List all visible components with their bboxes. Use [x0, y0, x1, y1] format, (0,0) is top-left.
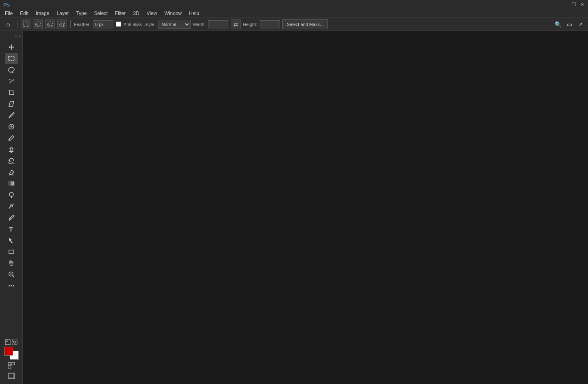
smudge-tool-button[interactable]	[5, 201, 18, 212]
edit-standard-mode-button[interactable]	[5, 339, 11, 345]
text-tool-button[interactable]: T	[5, 223, 18, 235]
options-right: 🔍 ▭ ↗	[553, 19, 586, 29]
menu-window[interactable]: Window	[161, 10, 185, 17]
eyedropper-tool-button[interactable]	[5, 110, 18, 121]
width-input[interactable]	[208, 20, 228, 28]
svg-rect-52	[9, 374, 14, 378]
lasso-tool-button[interactable]	[5, 64, 18, 76]
svg-text:T: T	[9, 226, 13, 233]
style-select[interactable]: Normal Fixed Ratio Fixed Size	[158, 20, 191, 29]
svg-rect-17	[9, 91, 13, 95]
marquee-tool-button[interactable]	[5, 53, 18, 64]
svg-rect-25	[9, 151, 13, 152]
menu-help[interactable]: Help	[186, 10, 202, 17]
eraser-tool-icon	[8, 168, 15, 176]
window-controls: — ❐ ✕	[563, 2, 585, 7]
svg-rect-46	[12, 340, 17, 345]
subtract-selection-button[interactable]	[45, 19, 55, 29]
style-label: Style:	[144, 22, 156, 27]
ps-logo: Ps	[3, 2, 10, 8]
svg-rect-2	[37, 22, 40, 26]
healing-brush-button[interactable]	[5, 121, 18, 132]
menu-3d[interactable]: 3D	[130, 10, 142, 17]
add-selection-button[interactable]	[33, 19, 43, 29]
path-selection-button[interactable]	[5, 235, 18, 246]
pen-tool-button[interactable]	[5, 212, 18, 223]
menu-file[interactable]: File	[2, 10, 16, 17]
svg-rect-36	[9, 250, 14, 253]
svg-rect-6	[61, 22, 65, 26]
pen-tool-icon	[8, 214, 15, 221]
new-selection-button[interactable]	[21, 19, 30, 29]
intersect-selection-icon	[59, 22, 65, 27]
search-button[interactable]: 🔍	[553, 19, 563, 29]
history-brush-icon	[8, 157, 15, 164]
svg-rect-49	[12, 362, 15, 365]
share-button[interactable]: ↗	[576, 19, 586, 29]
eyedropper-tool-icon	[8, 112, 15, 119]
menu-select[interactable]: Select	[91, 10, 111, 17]
feather-input[interactable]	[93, 20, 113, 28]
separator-2	[70, 20, 71, 28]
svg-point-21	[9, 117, 10, 118]
crop-tool-button[interactable]	[5, 87, 18, 98]
hand-tool-icon	[8, 259, 15, 267]
menu-edit[interactable]: Edit	[17, 10, 32, 17]
healing-brush-icon	[8, 123, 15, 130]
anti-alias-checkbox[interactable]	[116, 22, 121, 27]
foreground-color-swatch[interactable]	[4, 347, 13, 356]
swap-dimensions-button[interactable]: ⇄	[231, 19, 241, 29]
perspective-crop-icon	[8, 100, 15, 108]
toolbar: » ×	[0, 31, 23, 384]
minimize-button[interactable]: —	[563, 2, 568, 7]
menu-layer[interactable]: Layer	[53, 10, 72, 17]
menu-filter[interactable]: Filter	[112, 10, 129, 17]
color-swatches	[4, 347, 19, 360]
clone-stamp-button[interactable]	[5, 144, 18, 155]
toolbar-close-button[interactable]: ×	[18, 34, 21, 39]
svg-line-38	[13, 276, 14, 277]
close-button[interactable]: ✕	[579, 2, 585, 7]
add-selection-icon	[35, 22, 41, 27]
svg-line-8	[9, 80, 13, 83]
svg-point-42	[11, 285, 12, 287]
zoom-tool-button[interactable]	[5, 269, 18, 280]
text-tool-icon: T	[8, 225, 15, 233]
brush-tool-button[interactable]	[5, 132, 18, 144]
svg-point-30	[9, 192, 13, 196]
home-button[interactable]: ⌂	[2, 19, 14, 30]
clone-stamp-icon	[8, 146, 15, 153]
channels-view-button[interactable]	[5, 360, 18, 370]
toolbar-colors	[4, 339, 19, 382]
height-label: Height:	[243, 22, 257, 27]
perspective-crop-tool-button[interactable]	[5, 98, 18, 110]
workspace-button[interactable]: ▭	[564, 19, 574, 29]
menu-type[interactable]: Type	[73, 10, 90, 17]
dodge-tool-button[interactable]	[5, 189, 18, 201]
restore-button[interactable]: ❐	[571, 2, 577, 7]
select-mask-button[interactable]: Select and Mask...	[282, 19, 328, 29]
height-input[interactable]	[260, 20, 280, 28]
shape-tool-button[interactable]	[5, 246, 18, 257]
history-brush-button[interactable]	[5, 155, 18, 166]
menu-image[interactable]: Image	[33, 10, 52, 17]
smudge-tool-icon	[8, 203, 15, 210]
intersect-selection-button[interactable]	[57, 19, 67, 29]
hand-tool-button[interactable]	[5, 257, 18, 269]
quick-mask-mode-button[interactable]	[12, 339, 17, 345]
svg-marker-9	[13, 79, 14, 81]
quick-mask-icon	[12, 339, 17, 345]
eraser-tool-button[interactable]	[5, 166, 18, 178]
path-selection-icon	[8, 237, 15, 244]
move-tool-button[interactable]	[5, 41, 18, 53]
frame-tool-button[interactable]	[5, 371, 18, 381]
wand-tool-button[interactable]	[5, 76, 18, 87]
gradient-tool-button[interactable]	[5, 178, 18, 189]
more-tools-button[interactable]	[5, 280, 18, 291]
canvas-area	[23, 31, 588, 384]
menu-view[interactable]: View	[143, 10, 161, 17]
svg-rect-0	[23, 22, 28, 27]
toolbar-collapse-button[interactable]: »	[15, 34, 17, 39]
feather-label: Feather:	[74, 22, 91, 27]
menu-bar: File Edit Image Layer Type Select Filter…	[0, 9, 588, 18]
